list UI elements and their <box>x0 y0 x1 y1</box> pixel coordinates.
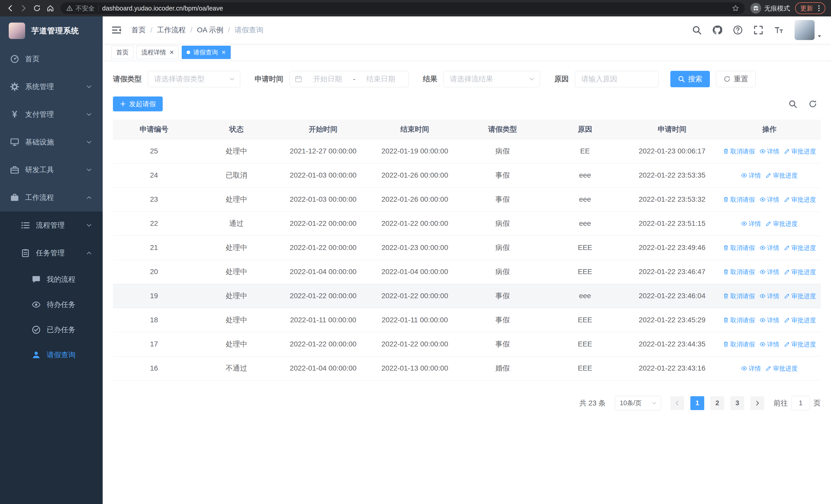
approval-progress-link[interactable]: 审批进度 <box>784 196 816 204</box>
browser-forward-icon[interactable] <box>18 2 30 14</box>
detail-link[interactable]: 详情 <box>741 171 761 180</box>
help-icon[interactable] <box>733 25 743 35</box>
tab-leave-query[interactable]: 请假查询× <box>182 46 230 59</box>
tab-process-detail[interactable]: 流程详情× <box>137 46 179 59</box>
leave-type-select[interactable] <box>148 71 240 87</box>
sidebar-item-todo-tasks[interactable]: 待办任务 <box>0 292 103 317</box>
approval-progress-link[interactable]: 审批进度 <box>784 292 816 300</box>
breadcrumb-item-workflow[interactable]: 工作流程 <box>157 25 186 35</box>
sidebar-item-my-process[interactable]: 我的流程 <box>0 267 103 292</box>
sidebar-item-workflow[interactable]: 工作流程 <box>0 184 103 211</box>
goto-page-input[interactable] <box>792 396 810 410</box>
cancel-leave-link[interactable]: 取消请假 <box>723 292 755 300</box>
sidebar-item-system[interactable]: 系统管理 <box>0 73 103 100</box>
sidebar-item-home[interactable]: 首页 <box>0 45 103 73</box>
leave-type-input[interactable] <box>154 75 225 83</box>
approval-progress-link[interactable]: 审批进度 <box>766 220 798 228</box>
sidebar-item-devtools[interactable]: 研发工具 <box>0 156 103 184</box>
sidebar-item-infra[interactable]: 基础设施 <box>0 128 103 156</box>
table-row: 20处理中2022-01-04 00:00:002022-01-04 00:00… <box>113 260 821 284</box>
column-header: 状态 <box>195 120 278 139</box>
breadcrumb-item-home[interactable]: 首页 <box>132 25 146 35</box>
browser-refresh-icon[interactable] <box>31 2 43 14</box>
result-input[interactable] <box>450 75 524 83</box>
breadcrumb: 首页 / 工作流程 / OA 示例 / 请假查询 <box>132 25 263 35</box>
apply-time-range-picker[interactable]: - <box>289 71 408 87</box>
detail-link[interactable]: 详情 <box>741 364 761 373</box>
cancel-leave-link[interactable]: 取消请假 <box>723 340 755 349</box>
view-icon <box>741 365 747 371</box>
approval-progress-link[interactable]: 审批进度 <box>784 340 816 349</box>
browser-menu-icon[interactable] <box>815 4 823 12</box>
sidebar-item-leave-query[interactable]: 请假查询 <box>0 342 103 367</box>
cell-reason: eee <box>544 284 626 308</box>
browser-home-icon[interactable] <box>44 2 56 14</box>
font-size-icon[interactable] <box>774 25 784 35</box>
cancel-leave-link[interactable]: 取消请假 <box>723 147 755 155</box>
tab-close-icon[interactable]: × <box>222 49 226 56</box>
sidebar-item-task-mgmt[interactable]: 任务管理 <box>0 239 103 267</box>
app-logo[interactable]: 芋道管理系统 <box>0 17 103 45</box>
refresh-table-icon[interactable] <box>808 99 817 108</box>
approval-progress-link[interactable]: 审批进度 <box>784 244 816 252</box>
end-date-input[interactable] <box>359 75 403 83</box>
start-date-input[interactable] <box>305 75 350 83</box>
view-icon <box>760 148 766 154</box>
page-size-value: 10条/页 <box>620 399 641 407</box>
sidebar-item-process-mgmt[interactable]: 流程管理 <box>0 211 103 239</box>
create-leave-button[interactable]: 发起请假 <box>113 96 163 111</box>
detail-link[interactable]: 详情 <box>760 292 779 300</box>
detail-link[interactable]: 详情 <box>760 147 779 155</box>
detail-link[interactable]: 详情 <box>760 316 779 324</box>
cell-actions: 详情审批进度 <box>718 163 821 187</box>
update-chip[interactable]: 更新 <box>795 2 825 14</box>
reset-button[interactable]: 重置 <box>716 71 755 87</box>
cell-reason: eee <box>544 187 626 211</box>
approval-progress-link[interactable]: 审批进度 <box>766 364 798 373</box>
bookmark-star-icon[interactable] <box>732 5 739 12</box>
edit-icon <box>766 173 771 178</box>
sidebar-item-payment[interactable]: 支付管理 <box>0 100 103 128</box>
cancel-leave-link[interactable]: 取消请假 <box>723 316 755 324</box>
breadcrumb-item-oa[interactable]: OA 示例 <box>197 25 224 35</box>
detail-link[interactable]: 详情 <box>760 244 779 252</box>
result-select[interactable] <box>443 71 540 87</box>
github-icon[interactable] <box>712 25 722 35</box>
cancel-leave-link[interactable]: 取消请假 <box>723 268 755 276</box>
browser-back-icon[interactable] <box>4 2 17 14</box>
cancel-leave-link[interactable]: 取消请假 <box>723 196 755 204</box>
page-button-1[interactable]: 1 <box>690 396 704 410</box>
fullscreen-icon[interactable] <box>753 25 763 35</box>
approval-progress-link[interactable]: 审批进度 <box>784 147 816 155</box>
cancel-leave-link[interactable]: 取消请假 <box>723 244 755 252</box>
cell-start-time: 2021-12-27 00:00:00 <box>278 139 369 163</box>
approval-progress-link[interactable]: 审批进度 <box>766 171 798 180</box>
detail-link[interactable]: 详情 <box>760 196 779 204</box>
detail-link[interactable]: 详情 <box>760 340 779 349</box>
user-menu[interactable] <box>795 20 822 40</box>
action-label: 取消请假 <box>730 147 755 155</box>
security-chip[interactable]: 不安全 <box>66 4 95 12</box>
cell-actions: 取消请假详情审批进度 <box>718 139 821 163</box>
next-page-button[interactable] <box>750 396 764 410</box>
sidebar-item-label: 工作流程 <box>25 193 54 203</box>
page-button-2[interactable]: 2 <box>710 396 724 410</box>
approval-progress-link[interactable]: 审批进度 <box>784 268 816 276</box>
address-bar[interactable]: 不安全 dashboard.yudao.iocoder.cn/bpm/oa/le… <box>61 2 745 14</box>
navbar: 首页 / 工作流程 / OA 示例 / 请假查询 <box>103 17 831 43</box>
approval-progress-link[interactable]: 审批进度 <box>784 316 816 324</box>
page-button-3[interactable]: 3 <box>730 396 744 410</box>
page-size-select[interactable]: 10条/页 <box>615 396 661 410</box>
sidebar-toggle-icon[interactable] <box>111 25 122 35</box>
search-icon[interactable] <box>692 25 701 35</box>
reason-field[interactable] <box>575 71 659 87</box>
prev-page-button[interactable] <box>670 396 684 410</box>
detail-link[interactable]: 详情 <box>760 268 779 276</box>
tab-home[interactable]: 首页 <box>111 46 134 59</box>
sidebar-item-done-tasks[interactable]: 已办任务 <box>0 317 103 342</box>
search-button[interactable]: 搜索 <box>670 71 710 87</box>
reason-input[interactable] <box>581 75 652 83</box>
toggle-search-icon[interactable] <box>789 99 797 108</box>
tab-close-icon[interactable]: × <box>170 49 174 56</box>
detail-link[interactable]: 详情 <box>741 220 761 228</box>
